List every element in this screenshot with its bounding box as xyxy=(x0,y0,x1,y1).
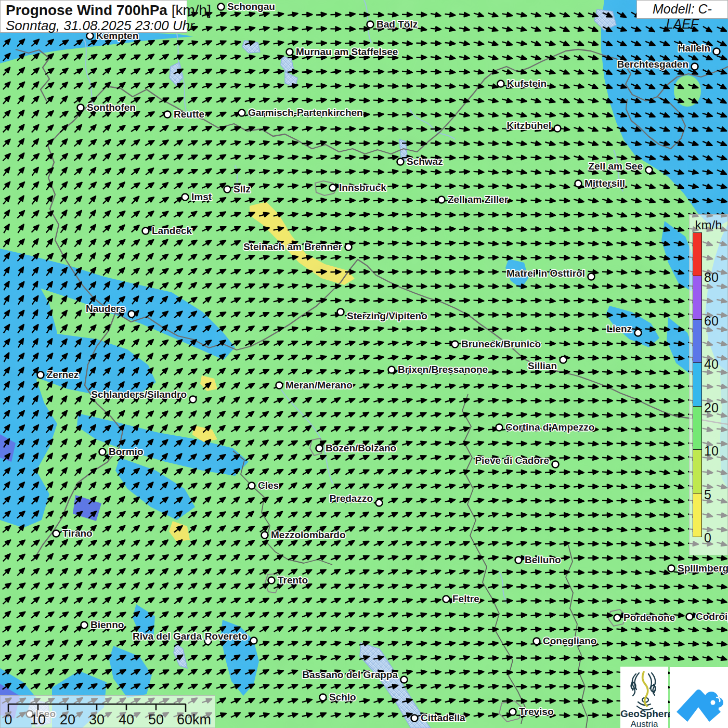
geosphere-wordmark: GeoSphere xyxy=(620,708,668,720)
legend-block xyxy=(693,276,702,320)
legend-tick-label: 10 xyxy=(704,444,719,459)
scale-tick-label: 0 xyxy=(4,712,12,727)
map-scale-bar: 0102030405060km xyxy=(0,695,215,728)
city-label: Sterzing/Vipiteno xyxy=(347,310,427,321)
city-label: Schongau xyxy=(227,1,275,12)
geosphere-country: Austria xyxy=(620,719,668,728)
city-marker xyxy=(224,186,231,193)
city-label: Riva del Garda xyxy=(133,631,202,642)
city-marker xyxy=(345,244,352,251)
legend-unit-label: km/h xyxy=(690,218,727,232)
city-marker xyxy=(53,530,60,537)
legend-block xyxy=(693,362,702,407)
city-label: Nauders xyxy=(86,303,125,314)
city-marker xyxy=(182,194,189,201)
city-marker xyxy=(515,557,522,564)
city-label: Brixen/Bressanone xyxy=(398,364,488,375)
city-marker xyxy=(276,382,283,389)
city-label: Silz xyxy=(233,184,251,194)
city: Berchtesgaden xyxy=(617,59,698,70)
city: Matrei in Osttirol xyxy=(506,268,594,280)
weather-map: SchongauBad TölzKemptenMurnau am Staffel… xyxy=(0,0,728,728)
city-label: Schlanders/Silandro xyxy=(91,389,187,400)
map-title: Prognose Wind 700hPa [km/h] xyxy=(6,2,181,18)
city: Murnau am Staffelsee xyxy=(287,46,398,57)
legend-block xyxy=(693,232,702,277)
legend-block xyxy=(693,319,702,363)
city-label: Steinach am Brenner xyxy=(243,241,343,252)
city-marker xyxy=(692,63,698,70)
geosphere-logo-box: GeoSphere Austria xyxy=(620,667,668,728)
city-marker xyxy=(646,167,653,174)
city-marker xyxy=(588,274,595,280)
scale-tick-label: 20 xyxy=(60,712,75,727)
city-marker xyxy=(81,622,88,629)
title-unit: [km/h] xyxy=(167,2,211,18)
city-marker xyxy=(614,615,621,621)
city-marker xyxy=(560,357,567,363)
city: Sterzing/Vipiteno xyxy=(337,309,427,322)
city-marker xyxy=(128,311,135,318)
city-marker xyxy=(239,110,245,116)
city-marker xyxy=(268,577,275,584)
city-label: Bruneck/Brunico xyxy=(461,339,541,349)
city: Bruneck/Brunico xyxy=(452,339,541,349)
city-marker xyxy=(99,449,106,456)
city-marker xyxy=(534,638,540,645)
city-label: Mezzolombardo xyxy=(271,529,346,540)
legend-block xyxy=(693,449,702,493)
city-marker xyxy=(376,500,383,506)
city-label: Bassano del Grappa xyxy=(302,669,398,680)
city-marker xyxy=(316,445,323,452)
city-marker xyxy=(77,105,84,111)
city-label: Belluno xyxy=(525,554,561,565)
city-label: Murnau am Staffelsee xyxy=(296,46,398,57)
city: Garmisch-Partenkirchen xyxy=(239,107,363,118)
city-label: Matrei in Osttirol xyxy=(506,268,585,279)
city-label: Berchtesgaden xyxy=(617,59,688,70)
city-label: Sonthofen xyxy=(87,102,136,113)
city-marker xyxy=(510,709,516,716)
city-label: Trento xyxy=(278,575,308,586)
city: Bozen/Bolzano xyxy=(316,443,397,453)
title-parameter: Prognose Wind 700hPa xyxy=(6,2,167,18)
city-marker xyxy=(367,21,374,28)
city-label: Mittersill xyxy=(584,178,625,189)
city-marker xyxy=(190,396,197,403)
city-marker xyxy=(262,532,268,539)
mountain-cloud-logo-icon xyxy=(670,667,728,728)
city-label: Garmisch-Partenkirchen xyxy=(248,107,363,118)
city-marker xyxy=(164,111,171,118)
legend-tick-label: 0 xyxy=(704,530,711,545)
city-label: Zernez xyxy=(47,369,79,380)
city-marker xyxy=(438,197,445,203)
city-label: Feltre xyxy=(452,593,479,604)
city-label: Cles xyxy=(258,480,279,491)
city-marker xyxy=(388,367,395,373)
city-label: Meran/Merano xyxy=(285,380,353,391)
scale-tick-label: 10 xyxy=(30,712,46,727)
city-label: Bozen/Bolzano xyxy=(326,443,396,453)
city-label: Hallein xyxy=(678,43,710,54)
city-marker xyxy=(452,341,459,348)
city-label: Bad Tölz xyxy=(376,19,418,30)
city-label: Innsbruck xyxy=(339,182,386,193)
city-marker xyxy=(668,565,675,572)
city-label: Rovereto xyxy=(205,631,248,642)
city-label: Reutte xyxy=(174,109,204,120)
city-marker xyxy=(552,461,559,468)
city: Cortina d'Ampezzo xyxy=(496,422,595,433)
city-label: Tirano xyxy=(62,528,93,539)
city-label: Conegliano xyxy=(543,635,596,646)
city-marker xyxy=(686,614,693,620)
city-marker xyxy=(713,48,720,55)
city-label: Zell am Ziller xyxy=(448,194,509,205)
city-label: Schwaz xyxy=(407,156,443,167)
city-marker xyxy=(397,159,404,165)
city-label: Sillian xyxy=(528,360,557,371)
city-marker xyxy=(411,715,418,722)
city: Meran/Merano xyxy=(276,380,353,391)
scale-tick-label: 30 xyxy=(89,712,105,727)
city-label: Bienno xyxy=(90,619,124,630)
city-marker xyxy=(443,596,450,603)
